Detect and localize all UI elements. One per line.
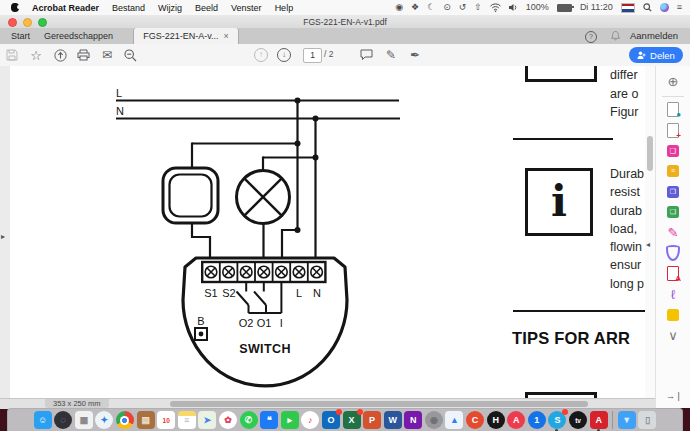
- volume-icon[interactable]: [509, 3, 518, 12]
- save-icon[interactable]: [4, 47, 20, 63]
- text-fragments: differ are o Figur: [610, 66, 639, 122]
- dock-app-facetime[interactable]: ▸: [281, 411, 299, 429]
- moon-icon[interactable]: ☾: [427, 0, 435, 15]
- dock-app-music[interactable]: ♪: [301, 411, 319, 429]
- comment-icon[interactable]: ≡: [656, 161, 690, 182]
- dock-app-system-preferences[interactable]: ◉: [425, 411, 443, 429]
- edit-pdf-icon[interactable]: ❑: [656, 141, 690, 162]
- dock-app-acrobat-reader[interactable]: A: [590, 411, 608, 429]
- zoom-window-button[interactable]: [38, 18, 47, 27]
- tab-document-active[interactable]: FGS-221-EN-A-v... ×: [133, 28, 239, 44]
- protect-icon[interactable]: [656, 243, 690, 264]
- vertical-scrollbar[interactable]: [645, 66, 655, 408]
- sign-in-link[interactable]: Aanmelden: [630, 28, 678, 44]
- dock-app-apple-tv[interactable]: tv: [569, 411, 587, 429]
- siri-icon[interactable]: [660, 3, 669, 12]
- onepassword-menu-icon[interactable]: ⊙: [443, 0, 451, 15]
- dock-app-finder[interactable]: ☺: [34, 411, 52, 429]
- wifi-icon[interactable]: [490, 3, 501, 12]
- dock-app-chrome[interactable]: [116, 411, 134, 429]
- create-pdf-icon[interactable]: +: [656, 120, 690, 141]
- star-icon[interactable]: ☆: [28, 47, 44, 63]
- apple-menu-icon[interactable]: [11, 3, 19, 12]
- menu-app-name[interactable]: Acrobat Reader: [32, 3, 99, 13]
- page-number-input[interactable]: 1: [303, 48, 322, 63]
- tab-start[interactable]: Start: [11, 28, 30, 44]
- dock-app-adblock[interactable]: A: [507, 411, 525, 429]
- menu-clock[interactable]: Di 11:20: [580, 0, 613, 15]
- fill-sign-icon[interactable]: ✎: [656, 223, 690, 244]
- notifications-bell-icon[interactable]: [611, 31, 620, 41]
- dock-app-photos[interactable]: ✿: [219, 411, 237, 429]
- close-window-button[interactable]: [8, 18, 17, 27]
- dock-app-maps[interactable]: ➤: [198, 411, 216, 429]
- tab-close-icon[interactable]: ×: [224, 31, 229, 41]
- label-s1: S1: [204, 287, 217, 299]
- menu-wijzig[interactable]: Wijzig: [158, 3, 182, 13]
- organize-pages-icon[interactable]: ❏: [656, 202, 690, 223]
- tools-panel-divider: [662, 96, 684, 97]
- time-machine-icon[interactable]: ↺: [459, 0, 467, 15]
- combine-files-icon[interactable]: ❐: [656, 182, 690, 203]
- more-tools-icon[interactable]: [656, 305, 690, 326]
- dock-app-contacts[interactable]: ▤: [137, 411, 155, 429]
- battery-icon[interactable]: [557, 4, 572, 12]
- input-menu-icon[interactable]: ⇧: [474, 0, 482, 15]
- menu-bestand[interactable]: Bestand: [112, 3, 145, 13]
- signature-icon[interactable]: ℓ: [656, 284, 690, 305]
- dock-app-trash[interactable]: ▯: [638, 411, 656, 429]
- fill-sign-pen-icon[interactable]: ✒: [407, 47, 423, 63]
- share-delen-button[interactable]: Delen: [629, 47, 683, 63]
- dock-app-calendar[interactable]: 10: [157, 411, 175, 429]
- dock-app-safari[interactable]: ✦: [95, 411, 113, 429]
- dock-app-handbrake[interactable]: H: [487, 411, 505, 429]
- minimize-window-button[interactable]: [23, 18, 32, 27]
- menu-beeld[interactable]: Beeld: [195, 3, 218, 13]
- dock-app-downloads-folder[interactable]: ▼: [618, 411, 636, 429]
- dock-app-excel[interactable]: X: [343, 411, 361, 429]
- search-tools-icon[interactable]: ⊕: [656, 71, 690, 92]
- dock-app-ccleaner[interactable]: C: [466, 411, 484, 429]
- comment-icon[interactable]: [358, 47, 374, 63]
- dock-app-messages[interactable]: ❝: [260, 411, 278, 429]
- dock-app-onepassword[interactable]: 1: [528, 411, 546, 429]
- language-flag-icon[interactable]: [621, 3, 635, 13]
- email-icon[interactable]: ✉: [99, 47, 115, 63]
- dropbox-icon[interactable]: ❖: [411, 0, 419, 15]
- dock-app-launchpad[interactable]: ◌: [54, 411, 72, 429]
- label-o2: O2: [239, 317, 254, 329]
- pdf-standards-icon[interactable]: A: [656, 264, 690, 285]
- page-up-icon[interactable]: ↑: [253, 47, 269, 63]
- menu-help[interactable]: Help: [275, 3, 294, 13]
- dock-app-whatsapp[interactable]: ✆: [240, 411, 258, 429]
- label-switch: SWITCH: [239, 342, 291, 356]
- chevron-more-icon[interactable]: ∨: [656, 325, 690, 346]
- dock-app-preview[interactable]: ▦: [75, 411, 93, 429]
- dock-app-airdrop[interactable]: ▲: [445, 411, 463, 429]
- zoom-out-icon[interactable]: [122, 47, 138, 63]
- dock-app-notes[interactable]: ≡: [178, 411, 196, 429]
- tab-gereedschappen[interactable]: Gereedschappen: [44, 28, 113, 44]
- dock-app-powerpoint[interactable]: P: [363, 411, 381, 429]
- tab-document-label: FGS-221-EN-A-v...: [143, 31, 218, 41]
- help-icon[interactable]: ?: [585, 31, 597, 43]
- panel-toggle-icon[interactable]: →❘: [666, 391, 683, 401]
- bartender-icon[interactable]: ◉: [395, 0, 403, 15]
- export-pdf-icon[interactable]: ●: [656, 100, 690, 121]
- share-upload-icon[interactable]: [52, 47, 68, 63]
- tools-panel: ⊕●+❑≡❐❏✎Aℓ∨: [655, 66, 690, 408]
- dock-app-skype[interactable]: S: [548, 411, 566, 429]
- print-icon[interactable]: [75, 47, 91, 63]
- notification-center-icon[interactable]: ≡: [677, 0, 682, 15]
- left-panel-expand-icon[interactable]: ▸: [1, 232, 5, 241]
- horizontal-scrollbar-thumb[interactable]: [170, 401, 588, 407]
- spotlight-icon[interactable]: [643, 3, 652, 12]
- dock-app-outlook[interactable]: O: [322, 411, 340, 429]
- dock-app-word[interactable]: W: [384, 411, 402, 429]
- menu-venster[interactable]: Venster: [231, 3, 262, 13]
- tools-panel-collapse-icon[interactable]: ◂: [646, 240, 650, 249]
- dock-app-onenote[interactable]: N: [404, 411, 422, 429]
- vertical-scrollbar-thumb[interactable]: [647, 136, 653, 171]
- highlight-pen-icon[interactable]: ✎: [383, 47, 399, 63]
- page-down-icon[interactable]: ↓: [276, 47, 292, 63]
